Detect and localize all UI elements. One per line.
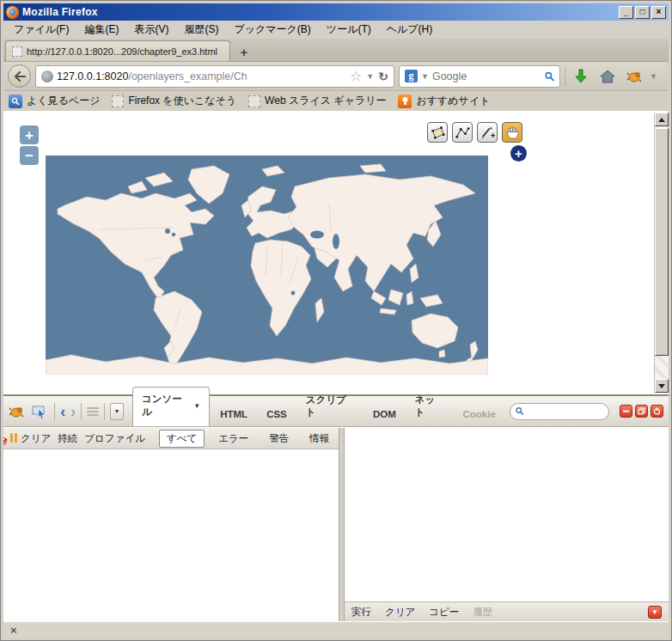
- content-scrollbar[interactable]: [654, 113, 669, 393]
- zoom-in-button[interactable]: +: [20, 125, 39, 144]
- firebug-search-input[interactable]: [527, 406, 603, 417]
- console-dropdown-icon[interactable]: ▼: [193, 402, 200, 410]
- filter-warnings[interactable]: 警告: [262, 430, 296, 447]
- firebug-back-button[interactable]: ‹: [60, 404, 65, 419]
- filter-info[interactable]: 情報: [302, 430, 336, 447]
- navigation-bar: 127.0.0.1:8020/openlayers_example/Ch ☆ ▼…: [3, 61, 669, 90]
- home-icon: [600, 70, 615, 83]
- menu-help[interactable]: ヘルプ(H): [380, 21, 440, 39]
- toolbar-separator: [81, 403, 82, 420]
- menu-edit[interactable]: 編集(E): [77, 21, 125, 39]
- favicon-placeholder-icon: [12, 46, 22, 57]
- panel-splitter[interactable]: [339, 428, 345, 621]
- draw-point-tool[interactable]: [477, 122, 498, 143]
- menu-tools[interactable]: ツール(T): [320, 21, 378, 39]
- hand-icon: [504, 125, 520, 139]
- bookmark-suggested-sites[interactable]: おすすめサイト: [398, 94, 490, 108]
- firebug-button[interactable]: [623, 65, 645, 88]
- command-copy-button[interactable]: コピー: [429, 606, 459, 619]
- back-arrow-icon: [14, 71, 26, 82]
- tab-html[interactable]: HTML: [211, 404, 256, 426]
- panel-options-dropdown[interactable]: ▼: [110, 403, 124, 420]
- smart-folder-icon: [9, 95, 22, 108]
- command-clear-button[interactable]: クリア: [385, 606, 415, 619]
- google-icon[interactable]: g: [405, 70, 418, 82]
- menu-view[interactable]: 表示(V): [127, 21, 175, 39]
- search-icon[interactable]: [545, 70, 554, 82]
- tab-css[interactable]: CSS: [258, 404, 296, 426]
- firebug-minimize-button[interactable]: [620, 405, 632, 418]
- download-button[interactable]: [570, 65, 592, 88]
- bookmarks-bar: よく見るページ Firefox を使いこなそう Web スライス ギャラリー お…: [3, 90, 669, 111]
- menu-file[interactable]: ファイル(F): [7, 21, 76, 39]
- firebug-icon: [9, 405, 24, 418]
- url-dropdown-icon[interactable]: ▼: [366, 72, 374, 81]
- draw-polygon-icon: [430, 125, 445, 139]
- inspect-element-button[interactable]: [31, 402, 50, 421]
- tab-bar: http://127.0.0.1:8020...209/chapter9_ex3…: [3, 39, 669, 61]
- scroll-down-button[interactable]: [655, 379, 669, 393]
- draw-path-tool[interactable]: [452, 122, 473, 143]
- bookmark-web-slice-gallery[interactable]: Web スライス ギャラリー: [248, 94, 386, 108]
- firebug-forward-button[interactable]: ›: [70, 404, 76, 419]
- search-input[interactable]: [432, 70, 541, 82]
- search-bar[interactable]: g ▼: [399, 65, 560, 88]
- scrollbar-thumb[interactable]: [655, 128, 669, 356]
- tab-title: http://127.0.0.1:8020...209/chapter9_ex3…: [27, 46, 217, 57]
- menu-bar: ファイル(F) 編集(E) 表示(V) 履歴(S) ブックマーク(B) ツール(…: [3, 21, 669, 39]
- addon-bar: ×: [3, 621, 669, 638]
- search-engine-dropdown-icon[interactable]: ▼: [421, 72, 429, 81]
- command-history-button[interactable]: 履歴: [473, 606, 492, 619]
- home-button[interactable]: [596, 65, 619, 88]
- title-bar: Mozilla Firefox _ □ ×: [3, 3, 669, 21]
- placeholder-icon: [112, 95, 124, 107]
- scroll-up-button[interactable]: [655, 113, 669, 126]
- minimize-button[interactable]: _: [619, 6, 633, 19]
- firebug-menu-button[interactable]: [7, 402, 26, 421]
- url-bar[interactable]: 127.0.0.1:8020/openlayers_example/Ch ☆ ▼…: [35, 65, 394, 88]
- bookmark-star-icon[interactable]: ☆: [350, 70, 362, 83]
- bookmark-label: Web スライス ギャラリー: [265, 94, 386, 108]
- filter-errors[interactable]: エラー: [211, 430, 255, 447]
- layer-switcher-maximize-button[interactable]: +: [510, 145, 527, 162]
- reload-icon[interactable]: ↻: [378, 70, 388, 83]
- menu-history[interactable]: 履歴(S): [177, 21, 225, 39]
- list-icon[interactable]: [87, 407, 99, 416]
- tab-console[interactable]: コンソール▼: [132, 387, 210, 426]
- bookmark-label: Firefox を使いこなそう: [128, 94, 236, 108]
- tab-net[interactable]: ネット: [406, 388, 453, 426]
- command-collapse-button[interactable]: ▼: [648, 606, 662, 619]
- triangle-down-icon: [658, 384, 665, 388]
- maximize-button[interactable]: □: [635, 6, 650, 19]
- draw-polygon-tool[interactable]: [427, 122, 448, 143]
- firebug-icon: [626, 70, 642, 83]
- filter-all[interactable]: すべて: [159, 430, 205, 448]
- firebug-search-box[interactable]: [510, 403, 609, 420]
- console-persist-button[interactable]: 持続: [58, 432, 77, 445]
- bookmark-getting-started[interactable]: Firefox を使いこなそう: [112, 94, 236, 108]
- active-tab[interactable]: http://127.0.0.1:8020...209/chapter9_ex3…: [5, 40, 230, 61]
- console-clear-button[interactable]: クリア: [21, 432, 51, 445]
- menu-bookmarks[interactable]: ブックマーク(B): [227, 21, 317, 39]
- command-editor[interactable]: [345, 428, 669, 601]
- firebug-dropdown-icon[interactable]: ▼: [650, 72, 657, 81]
- addon-bar-close-button[interactable]: ×: [10, 625, 17, 636]
- world-map[interactable]: [46, 156, 488, 375]
- firebug-window-buttons: [620, 405, 663, 418]
- pan-hand-tool[interactable]: [502, 122, 522, 143]
- zoom-out-button[interactable]: −: [20, 146, 39, 165]
- firebug-detach-button[interactable]: [635, 405, 648, 418]
- command-run-button[interactable]: 実行: [351, 606, 371, 619]
- draw-path-icon: [455, 125, 470, 139]
- new-tab-button[interactable]: +: [233, 42, 255, 61]
- tab-dom[interactable]: DOM: [364, 404, 405, 426]
- console-toolbar: クリア 持続 プロファイル すべて エラー 警告 情報: [3, 428, 339, 449]
- close-button[interactable]: ×: [651, 6, 666, 19]
- back-button[interactable]: [8, 64, 31, 88]
- firebug-tabs: コンソール▼ HTML CSS スクリプト DOM ネット Cookie: [132, 396, 504, 426]
- tab-cookie[interactable]: Cookie: [454, 404, 504, 426]
- bookmark-most-visited[interactable]: よく見るページ: [9, 94, 100, 108]
- firebug-close-button[interactable]: [651, 405, 663, 418]
- console-profile-button[interactable]: プロファイル: [84, 432, 145, 445]
- tab-script[interactable]: スクリプト: [297, 388, 363, 426]
